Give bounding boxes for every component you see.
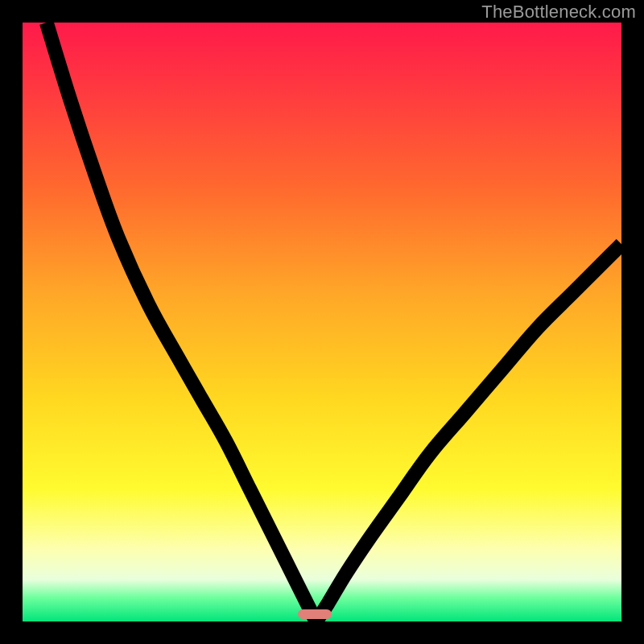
- curve-right-branch: [316, 244, 621, 621]
- bottleneck-curve: [23, 23, 621, 621]
- plot-area: [23, 23, 621, 621]
- chart-frame: TheBottleneck.com: [0, 0, 644, 644]
- watermark-text: TheBottleneck.com: [481, 2, 636, 23]
- curve-left-branch: [47, 23, 316, 621]
- optimal-point-marker: [298, 609, 332, 619]
